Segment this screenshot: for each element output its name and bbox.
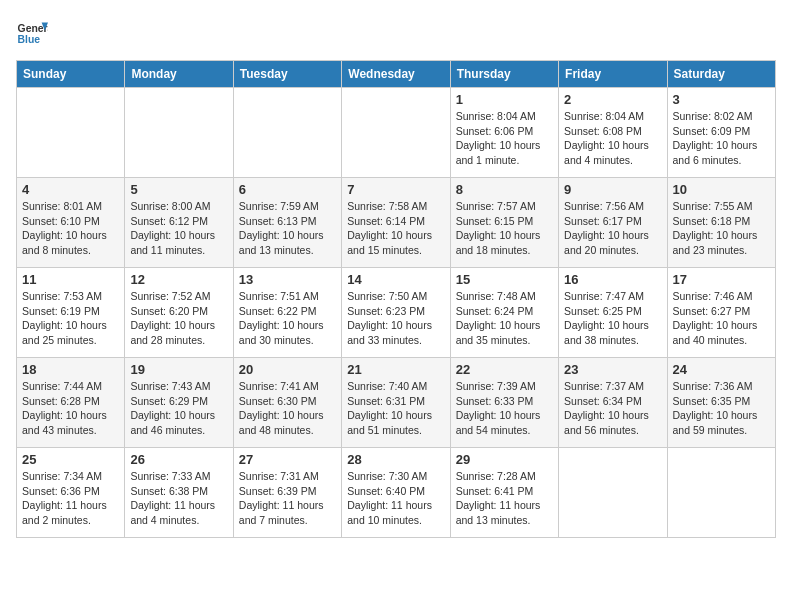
calendar-cell: 8Sunrise: 7:57 AM Sunset: 6:15 PM Daylig…: [450, 178, 558, 268]
day-info: Sunrise: 7:43 AM Sunset: 6:29 PM Dayligh…: [130, 379, 227, 438]
calendar-cell: 22Sunrise: 7:39 AM Sunset: 6:33 PM Dayli…: [450, 358, 558, 448]
day-number: 17: [673, 272, 770, 287]
day-number: 15: [456, 272, 553, 287]
day-number: 18: [22, 362, 119, 377]
day-info: Sunrise: 7:52 AM Sunset: 6:20 PM Dayligh…: [130, 289, 227, 348]
calendar-cell: 13Sunrise: 7:51 AM Sunset: 6:22 PM Dayli…: [233, 268, 341, 358]
day-info: Sunrise: 7:46 AM Sunset: 6:27 PM Dayligh…: [673, 289, 770, 348]
calendar-cell: 23Sunrise: 7:37 AM Sunset: 6:34 PM Dayli…: [559, 358, 667, 448]
calendar-week-row: 18Sunrise: 7:44 AM Sunset: 6:28 PM Dayli…: [17, 358, 776, 448]
day-info: Sunrise: 8:04 AM Sunset: 6:08 PM Dayligh…: [564, 109, 661, 168]
calendar-cell: 16Sunrise: 7:47 AM Sunset: 6:25 PM Dayli…: [559, 268, 667, 358]
day-number: 22: [456, 362, 553, 377]
calendar-cell: 24Sunrise: 7:36 AM Sunset: 6:35 PM Dayli…: [667, 358, 775, 448]
weekday-header-thursday: Thursday: [450, 61, 558, 88]
day-number: 13: [239, 272, 336, 287]
day-info: Sunrise: 7:53 AM Sunset: 6:19 PM Dayligh…: [22, 289, 119, 348]
calendar-cell: [17, 88, 125, 178]
calendar-cell: 7Sunrise: 7:58 AM Sunset: 6:14 PM Daylig…: [342, 178, 450, 268]
day-info: Sunrise: 7:39 AM Sunset: 6:33 PM Dayligh…: [456, 379, 553, 438]
calendar-cell: 6Sunrise: 7:59 AM Sunset: 6:13 PM Daylig…: [233, 178, 341, 268]
day-info: Sunrise: 7:51 AM Sunset: 6:22 PM Dayligh…: [239, 289, 336, 348]
calendar-cell: [233, 88, 341, 178]
weekday-header-sunday: Sunday: [17, 61, 125, 88]
day-number: 3: [673, 92, 770, 107]
day-info: Sunrise: 7:47 AM Sunset: 6:25 PM Dayligh…: [564, 289, 661, 348]
day-number: 29: [456, 452, 553, 467]
calendar-cell: 19Sunrise: 7:43 AM Sunset: 6:29 PM Dayli…: [125, 358, 233, 448]
day-number: 28: [347, 452, 444, 467]
day-number: 23: [564, 362, 661, 377]
day-info: Sunrise: 8:00 AM Sunset: 6:12 PM Dayligh…: [130, 199, 227, 258]
weekday-header-monday: Monday: [125, 61, 233, 88]
day-info: Sunrise: 8:02 AM Sunset: 6:09 PM Dayligh…: [673, 109, 770, 168]
day-info: Sunrise: 8:04 AM Sunset: 6:06 PM Dayligh…: [456, 109, 553, 168]
calendar-cell: 1Sunrise: 8:04 AM Sunset: 6:06 PM Daylig…: [450, 88, 558, 178]
day-info: Sunrise: 7:56 AM Sunset: 6:17 PM Dayligh…: [564, 199, 661, 258]
day-number: 27: [239, 452, 336, 467]
day-number: 26: [130, 452, 227, 467]
day-number: 6: [239, 182, 336, 197]
calendar-cell: [342, 88, 450, 178]
calendar-cell: 4Sunrise: 8:01 AM Sunset: 6:10 PM Daylig…: [17, 178, 125, 268]
day-info: Sunrise: 7:33 AM Sunset: 6:38 PM Dayligh…: [130, 469, 227, 528]
day-info: Sunrise: 7:40 AM Sunset: 6:31 PM Dayligh…: [347, 379, 444, 438]
calendar-cell: 12Sunrise: 7:52 AM Sunset: 6:20 PM Dayli…: [125, 268, 233, 358]
calendar-cell: 26Sunrise: 7:33 AM Sunset: 6:38 PM Dayli…: [125, 448, 233, 538]
calendar-cell: [125, 88, 233, 178]
day-info: Sunrise: 7:44 AM Sunset: 6:28 PM Dayligh…: [22, 379, 119, 438]
day-number: 11: [22, 272, 119, 287]
weekday-header-row: SundayMondayTuesdayWednesdayThursdayFrid…: [17, 61, 776, 88]
day-info: Sunrise: 7:36 AM Sunset: 6:35 PM Dayligh…: [673, 379, 770, 438]
calendar-cell: 28Sunrise: 7:30 AM Sunset: 6:40 PM Dayli…: [342, 448, 450, 538]
weekday-header-wednesday: Wednesday: [342, 61, 450, 88]
day-number: 2: [564, 92, 661, 107]
day-info: Sunrise: 7:41 AM Sunset: 6:30 PM Dayligh…: [239, 379, 336, 438]
day-number: 5: [130, 182, 227, 197]
day-info: Sunrise: 7:34 AM Sunset: 6:36 PM Dayligh…: [22, 469, 119, 528]
day-number: 8: [456, 182, 553, 197]
page-header: General Blue: [16, 16, 776, 48]
calendar-cell: 21Sunrise: 7:40 AM Sunset: 6:31 PM Dayli…: [342, 358, 450, 448]
calendar-cell: 3Sunrise: 8:02 AM Sunset: 6:09 PM Daylig…: [667, 88, 775, 178]
calendar-week-row: 1Sunrise: 8:04 AM Sunset: 6:06 PM Daylig…: [17, 88, 776, 178]
day-info: Sunrise: 7:57 AM Sunset: 6:15 PM Dayligh…: [456, 199, 553, 258]
calendar-cell: 15Sunrise: 7:48 AM Sunset: 6:24 PM Dayli…: [450, 268, 558, 358]
day-info: Sunrise: 7:28 AM Sunset: 6:41 PM Dayligh…: [456, 469, 553, 528]
day-info: Sunrise: 7:48 AM Sunset: 6:24 PM Dayligh…: [456, 289, 553, 348]
day-info: Sunrise: 7:58 AM Sunset: 6:14 PM Dayligh…: [347, 199, 444, 258]
day-number: 20: [239, 362, 336, 377]
day-number: 14: [347, 272, 444, 287]
day-number: 1: [456, 92, 553, 107]
weekday-header-friday: Friday: [559, 61, 667, 88]
calendar-week-row: 4Sunrise: 8:01 AM Sunset: 6:10 PM Daylig…: [17, 178, 776, 268]
day-number: 24: [673, 362, 770, 377]
day-number: 16: [564, 272, 661, 287]
calendar-week-row: 25Sunrise: 7:34 AM Sunset: 6:36 PM Dayli…: [17, 448, 776, 538]
calendar-cell: 11Sunrise: 7:53 AM Sunset: 6:19 PM Dayli…: [17, 268, 125, 358]
day-number: 7: [347, 182, 444, 197]
day-info: Sunrise: 7:55 AM Sunset: 6:18 PM Dayligh…: [673, 199, 770, 258]
day-number: 12: [130, 272, 227, 287]
logo-icon: General Blue: [16, 16, 48, 48]
day-info: Sunrise: 7:31 AM Sunset: 6:39 PM Dayligh…: [239, 469, 336, 528]
day-info: Sunrise: 7:37 AM Sunset: 6:34 PM Dayligh…: [564, 379, 661, 438]
day-number: 19: [130, 362, 227, 377]
calendar-cell: 17Sunrise: 7:46 AM Sunset: 6:27 PM Dayli…: [667, 268, 775, 358]
day-number: 10: [673, 182, 770, 197]
calendar-cell: [559, 448, 667, 538]
calendar-cell: [667, 448, 775, 538]
day-number: 21: [347, 362, 444, 377]
calendar-cell: 18Sunrise: 7:44 AM Sunset: 6:28 PM Dayli…: [17, 358, 125, 448]
day-number: 25: [22, 452, 119, 467]
calendar-cell: 9Sunrise: 7:56 AM Sunset: 6:17 PM Daylig…: [559, 178, 667, 268]
day-number: 4: [22, 182, 119, 197]
day-info: Sunrise: 7:59 AM Sunset: 6:13 PM Dayligh…: [239, 199, 336, 258]
calendar-cell: 14Sunrise: 7:50 AM Sunset: 6:23 PM Dayli…: [342, 268, 450, 358]
svg-text:Blue: Blue: [18, 34, 41, 45]
calendar-cell: 29Sunrise: 7:28 AM Sunset: 6:41 PM Dayli…: [450, 448, 558, 538]
calendar-table: SundayMondayTuesdayWednesdayThursdayFrid…: [16, 60, 776, 538]
logo: General Blue: [16, 16, 48, 48]
calendar-cell: 27Sunrise: 7:31 AM Sunset: 6:39 PM Dayli…: [233, 448, 341, 538]
day-info: Sunrise: 8:01 AM Sunset: 6:10 PM Dayligh…: [22, 199, 119, 258]
